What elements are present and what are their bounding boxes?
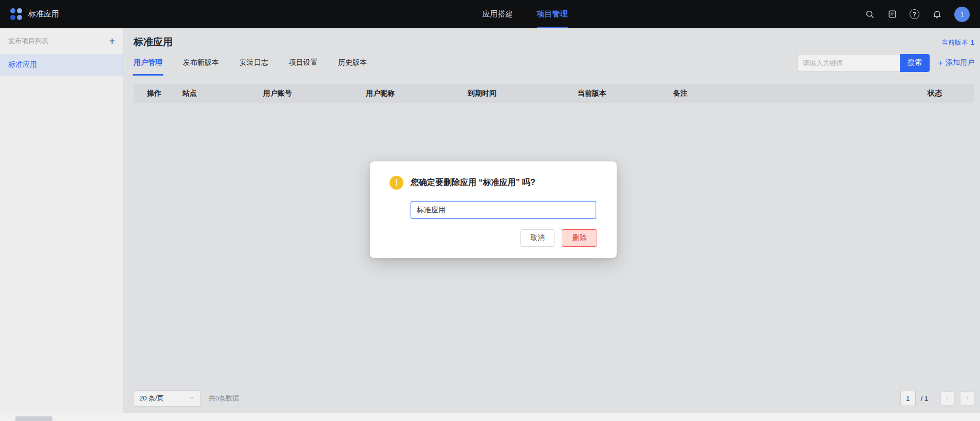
dialog-actions: 取消 删除 — [390, 229, 597, 247]
delete-confirm-dialog: ! 您确定要删除应用 “标准应用” 吗? 取消 删除 — [370, 161, 617, 258]
delete-button[interactable]: 删除 — [562, 229, 597, 247]
warning-icon: ! — [390, 176, 403, 190]
dialog-header: ! 您确定要删除应用 “标准应用” 吗? — [390, 176, 597, 190]
app-screen: 标准应用 应用搭建 项目管理 ? 1 — [0, 0, 980, 421]
confirm-app-name-input[interactable] — [411, 201, 596, 219]
cancel-button[interactable]: 取消 — [520, 229, 555, 247]
dialog-title: 您确定要删除应用 “标准应用” 吗? — [411, 177, 535, 188]
warning-glyph: ! — [395, 178, 398, 188]
